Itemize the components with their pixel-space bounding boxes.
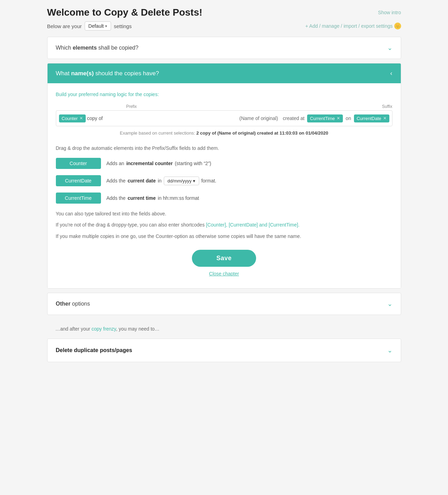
names-section-title: What name(s) should the copies have? bbox=[56, 70, 159, 77]
elements-section: Which elements shall be copied? ⌄ bbox=[47, 37, 401, 59]
other-options-header[interactable]: Other options ⌄ bbox=[48, 293, 401, 315]
date-format-dropdown[interactable]: dd/mm/yyyy ▾ bbox=[164, 177, 199, 185]
created-at-text: created at bbox=[281, 116, 306, 121]
prefix-text-input[interactable] bbox=[87, 116, 236, 121]
elements-label: Which elements shall be copied? bbox=[56, 45, 138, 51]
current-date-drag-chip[interactable]: CurrentDate bbox=[56, 175, 101, 186]
info-para-2: If you're not of the drag & droppy-type,… bbox=[56, 221, 392, 229]
name-of-original-label: (Name of original) bbox=[237, 116, 280, 121]
other-options-section: Other options ⌄ bbox=[47, 293, 401, 315]
naming-subtitle: Build your preferred naming logic for th… bbox=[56, 92, 392, 97]
elements-section-header[interactable]: Which elements shall be copied? ⌄ bbox=[48, 37, 401, 59]
settings-left: Below are your Default ▾ settings bbox=[47, 22, 132, 31]
add-settings-label: + Add / manage / import / export setting… bbox=[305, 23, 393, 29]
delete-section-header[interactable]: Delete duplicate posts/pages ⌄ bbox=[48, 339, 401, 362]
counter-drag-desc: Adds an incremental counter (starting wi… bbox=[107, 161, 211, 166]
example-text: Example based on current selections: 2 c… bbox=[56, 130, 392, 136]
other-options-chevron-icon: ⌄ bbox=[387, 300, 392, 308]
suffix-label: Suffix bbox=[291, 104, 392, 109]
chevron-down-icon: ▾ bbox=[105, 24, 107, 28]
delete-section: Delete duplicate posts/pages ⌄ bbox=[47, 339, 401, 362]
names-section-body: Build your preferred naming logic for th… bbox=[48, 83, 401, 288]
current-time-drag-item: CurrentTime Adds the current time in hh:… bbox=[56, 193, 392, 204]
current-date-suffix-chip[interactable]: CurrentDate ✕ bbox=[354, 114, 389, 122]
add-settings-link[interactable]: + Add / manage / import / export setting… bbox=[305, 23, 401, 29]
dropdown-label: Default bbox=[88, 23, 104, 29]
settings-text: settings bbox=[114, 23, 132, 29]
current-date-drag-desc: Adds the current date in dd/mm/yyyy ▾ fo… bbox=[107, 177, 217, 185]
current-time-suffix-chip[interactable]: CurrentTime ✕ bbox=[307, 114, 343, 122]
after-copy-section: …and after your copy frenzy, you may nee… bbox=[47, 319, 401, 339]
prefix-suffix-labels: Prefix Suffix bbox=[56, 104, 392, 109]
counter-prefix-remove-icon[interactable]: ✕ bbox=[79, 116, 83, 121]
page-title: Welcome to Copy & Delete Posts! bbox=[47, 7, 203, 18]
names-chevron-icon: ‹ bbox=[390, 70, 392, 77]
settings-dropdown[interactable]: Default ▾ bbox=[85, 22, 111, 31]
counter-drag-chip[interactable]: Counter bbox=[56, 158, 101, 169]
crown-icon: 👑 bbox=[394, 23, 401, 29]
info-para-1: You can also type tailored text into the… bbox=[56, 210, 392, 217]
drag-drop-intro: Drag & drop the automatic elements into … bbox=[56, 145, 392, 151]
prefix-label: Prefix bbox=[56, 104, 208, 109]
save-btn-area: Save Close chapter bbox=[56, 250, 392, 276]
delete-section-title: Delete duplicate posts/pages bbox=[56, 347, 133, 353]
current-date-remove-icon[interactable]: ✕ bbox=[383, 116, 387, 121]
settings-row: Below are your Default ▾ settings + Add … bbox=[47, 22, 401, 31]
current-date-drag-item: CurrentDate Adds the current date in dd/… bbox=[56, 175, 392, 186]
current-time-drag-desc: Adds the current time in hh:mm:ss format bbox=[107, 195, 199, 201]
current-time-drag-chip[interactable]: CurrentTime bbox=[56, 193, 101, 204]
elements-chevron-icon: ⌄ bbox=[387, 44, 392, 52]
delete-chevron-icon: ⌄ bbox=[387, 347, 392, 354]
counter-drag-item: Counter Adds an incremental counter (sta… bbox=[56, 158, 392, 169]
info-para-3: If you make multiple copies in one go, u… bbox=[56, 232, 392, 240]
names-section: What name(s) should the copies have? ‹ B… bbox=[47, 63, 401, 289]
naming-row: Counter ✕ (Name of original) created at … bbox=[56, 110, 392, 126]
below-are-your-text: Below are your bbox=[47, 23, 82, 29]
names-section-header[interactable]: What name(s) should the copies have? ‹ bbox=[48, 63, 401, 83]
chevron-down-icon: ▾ bbox=[193, 178, 195, 184]
page-header: Welcome to Copy & Delete Posts! Show int… bbox=[47, 7, 401, 18]
example-value: 2 copy of (Name of original) created at … bbox=[196, 130, 328, 136]
other-options-label: Other options bbox=[56, 301, 90, 307]
close-chapter-link[interactable]: Close chapter bbox=[209, 271, 239, 276]
show-intro-link[interactable]: Show intro bbox=[378, 10, 401, 15]
save-button[interactable]: Save bbox=[192, 250, 256, 267]
current-time-remove-icon[interactable]: ✕ bbox=[337, 116, 340, 121]
counter-prefix-chip[interactable]: Counter ✕ bbox=[59, 114, 86, 122]
on-text: on bbox=[344, 116, 353, 121]
